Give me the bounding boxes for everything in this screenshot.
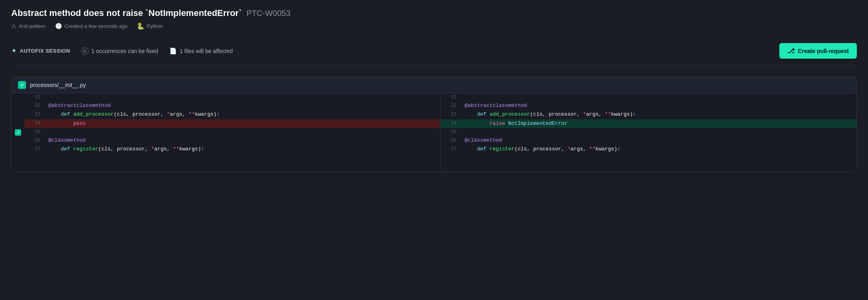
file-name: processors/__init__.py <box>30 82 86 88</box>
linenum: 36 <box>24 136 45 145</box>
line-right-35: 35 <box>441 128 856 136</box>
python-icon: 🐍 <box>137 22 144 30</box>
created-label: Created a few seconds ago <box>64 23 127 29</box>
line-code: @classmethod <box>45 136 440 145</box>
line-right-34: 34 raise NotImplementedError <box>441 119 856 128</box>
linenum: 34 <box>441 119 461 128</box>
line-left-31: 31 <box>24 93 440 101</box>
line-right-31: 31 <box>441 93 856 101</box>
circle-icon: ◎ <box>81 47 89 55</box>
file-icon: 📄 <box>169 47 177 55</box>
files-stat: 📄 1 files will be affected <box>169 47 233 55</box>
line-right-32: 32 @abstractclassmethod <box>441 101 856 110</box>
sparkle-icon: ✦ <box>11 47 17 55</box>
line-code <box>45 93 440 101</box>
files-label: 1 files will be affected <box>180 48 233 54</box>
create-pr-button[interactable]: ⎇ Create pull-request <box>779 43 857 59</box>
line-code: @abstractclassmethod <box>45 101 440 110</box>
line-code: raise NotImplementedError <box>461 119 856 128</box>
occurrences-label: 1 occurrences can be fixed <box>91 48 158 54</box>
line-left-37: 37 def register(cls, processor, *args, *… <box>24 145 440 154</box>
occurrences-stat: ◎ 1 occurrences can be fixed <box>81 47 158 55</box>
linenum: 35 <box>24 128 45 136</box>
line-code: def add_processor(cls, processor, *args,… <box>461 110 856 119</box>
antipattern-meta: ⚠ Anti-pattern <box>11 23 46 29</box>
page-title: Abstract method does not raise `NotImple… <box>11 8 242 18</box>
row-checkbox-34[interactable]: ✓ <box>15 129 21 136</box>
checkbox-column: ✓ <box>12 93 24 172</box>
linenum: 32 <box>24 101 45 110</box>
line-left-35: 35 <box>24 128 440 136</box>
line-left-36: 36 @classmethod <box>24 136 440 145</box>
diff-right: 31 32 @abstractclassmethod 33 def add_pr… <box>441 93 856 172</box>
line-code <box>461 128 856 136</box>
file-panel: ✓ processors/__init__.py ✓ 31 32 <box>11 77 857 172</box>
line-left-33: 33 def add_processor(cls, processor, *ar… <box>24 110 440 119</box>
pr-icon: ⎇ <box>787 47 795 55</box>
linenum: 37 <box>441 145 461 154</box>
autofix-session-label: ✦ AUTOFIX SESSION <box>11 47 70 55</box>
linenum: 35 <box>441 128 461 136</box>
warning-icon: ⚠ <box>11 23 16 29</box>
file-header: ✓ processors/__init__.py <box>12 77 856 93</box>
linenum: 34 <box>24 119 45 128</box>
linenum: 31 <box>441 93 461 101</box>
language-label: Python <box>147 23 163 29</box>
linenum: 33 <box>441 110 461 119</box>
line-code <box>45 128 440 136</box>
line-right-33: 33 def add_processor(cls, processor, *ar… <box>441 110 856 119</box>
linenum: 37 <box>24 145 45 154</box>
linenum: 36 <box>441 136 461 145</box>
line-code: @classmethod <box>461 136 856 145</box>
meta-row: ⚠ Anti-pattern 🕐 Created a few seconds a… <box>11 22 857 30</box>
line-code: @abstractclassmethod <box>461 101 856 110</box>
linenum: 33 <box>24 110 45 119</box>
line-code: def add_processor(cls, processor, *args,… <box>45 110 440 119</box>
line-left-32: 32 @abstractclassmethod <box>24 101 440 110</box>
diff-left: 31 32 @abstractclassmethod 33 def add_pr… <box>24 93 440 172</box>
line-code: pass <box>45 119 440 128</box>
linenum: 31 <box>24 93 45 101</box>
antipattern-label: Anti-pattern <box>19 23 46 29</box>
title-row: Abstract method does not raise `NotImple… <box>11 8 857 18</box>
line-code: def register(cls, processor, *args, **kw… <box>461 145 856 154</box>
clock-icon: 🕐 <box>55 23 62 29</box>
line-code <box>461 93 856 101</box>
autofix-bar: ✦ AUTOFIX SESSION ◎ 1 occurrences can be… <box>11 37 857 65</box>
line-left-34: 34 pass <box>24 119 440 128</box>
rule-code: PTC-W0053 <box>246 9 290 18</box>
line-code: def register(cls, processor, *args, **kw… <box>45 145 440 154</box>
line-right-36: 36 @classmethod <box>441 136 856 145</box>
autofix-left: ✦ AUTOFIX SESSION ◎ 1 occurrences can be… <box>11 47 233 55</box>
language-meta: 🐍 Python <box>137 22 163 30</box>
line-right-37: 37 def register(cls, processor, *args, *… <box>441 145 856 154</box>
created-meta: 🕐 Created a few seconds ago <box>55 23 127 29</box>
page-header: Abstract method does not raise `NotImple… <box>11 8 857 30</box>
diff-area: ✓ 31 32 @abstractclassmethod 33 def <box>12 93 856 172</box>
linenum: 32 <box>441 101 461 110</box>
file-checkbox[interactable]: ✓ <box>18 81 26 89</box>
create-pr-label: Create pull-request <box>798 48 849 54</box>
